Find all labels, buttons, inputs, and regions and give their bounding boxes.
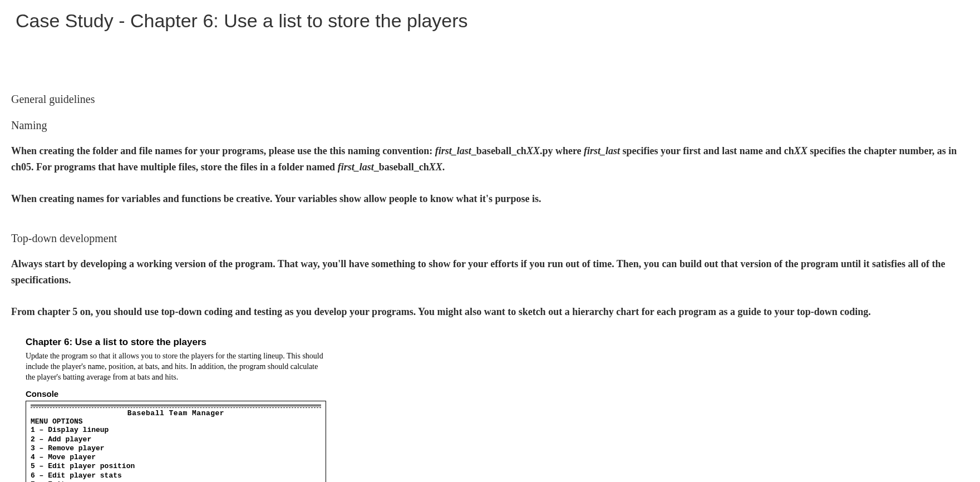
italic-first-last: first_last xyxy=(338,161,374,173)
assignment-description: Update the program so that it allows you… xyxy=(26,351,326,383)
console-menu-item: 1 – Display lineup xyxy=(31,426,321,435)
console-label: Console xyxy=(26,389,337,399)
italic-first-last: first_last xyxy=(584,145,620,156)
text-span: When creating the folder and file names … xyxy=(11,145,435,156)
page-title: Case Study - Chapter 6: Use a list to st… xyxy=(0,0,980,37)
console-divider xyxy=(31,407,321,408)
topdown-paragraph-1: Always start by developing a working ver… xyxy=(11,256,969,288)
console-menu-item: 4 – Move player xyxy=(31,453,321,462)
naming-paragraph-2: When creating names for variables and fu… xyxy=(11,191,969,207)
console-divider xyxy=(31,405,321,406)
italic-xx: XX xyxy=(429,161,442,173)
assignment-box: Chapter 6: Use a list to store the playe… xyxy=(26,337,337,482)
text-span: _baseball_ch xyxy=(471,145,526,156)
topdown-paragraph-2: From chapter 5 on, you should use top-do… xyxy=(11,304,969,320)
text-span: . xyxy=(442,161,445,173)
topdown-heading: Top-down development xyxy=(11,232,969,245)
console-menu-label: MENU OPTIONS xyxy=(31,417,321,426)
console-output: Baseball Team Manager MENU OPTIONS 1 – D… xyxy=(26,401,326,482)
console-menu-item: 3 – Remove player xyxy=(31,444,321,453)
console-menu-item: 5 – Edit player position xyxy=(31,462,321,471)
console-menu-item: 6 – Edit player stats xyxy=(31,471,321,480)
text-span: specifies your first and last name and c… xyxy=(620,145,794,156)
naming-heading: Naming xyxy=(11,119,969,132)
italic-xx: XX xyxy=(526,145,540,156)
console-menu-item: 2 – Add player xyxy=(31,435,321,444)
text-span: _baseball_ch xyxy=(374,161,429,173)
text-span: .py where xyxy=(540,145,584,156)
assignment-title: Chapter 6: Use a list to store the playe… xyxy=(26,337,337,348)
main-content: General guidelines Naming When creating … xyxy=(0,37,980,482)
italic-first-last: first_last xyxy=(435,145,471,156)
general-guidelines-heading: General guidelines xyxy=(11,93,969,106)
naming-paragraph-1: When creating the folder and file names … xyxy=(11,143,969,175)
console-banner: Baseball Team Manager xyxy=(31,409,321,417)
italic-xx: XX xyxy=(794,145,807,156)
